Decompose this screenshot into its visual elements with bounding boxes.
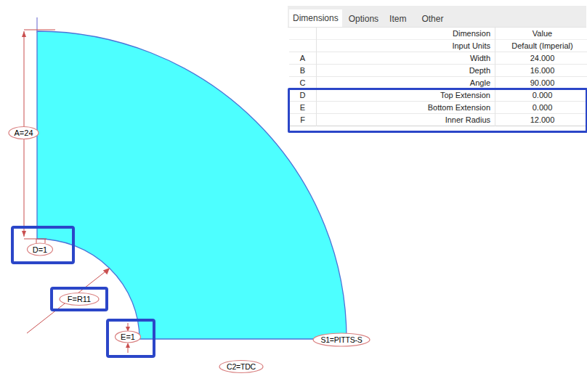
tab-dimensions[interactable]: Dimensions bbox=[289, 9, 342, 27]
dim-a-arrow-up bbox=[22, 31, 26, 37]
dimensions-table: Dimension Value Input Units Default (Imp… bbox=[289, 28, 587, 126]
table-row-f: F Inner Radius 12.000 bbox=[289, 114, 587, 126]
tab-other[interactable]: Other bbox=[417, 11, 448, 27]
label-e-text: E=1 bbox=[121, 332, 135, 341]
header-default-units: Default (Imperial) bbox=[495, 40, 587, 52]
row-b-letter: B bbox=[289, 65, 317, 77]
row-f-dimension: Inner Radius bbox=[317, 114, 495, 126]
label-d[interactable]: D=1 bbox=[28, 243, 53, 256]
row-c-letter: C bbox=[289, 77, 317, 89]
panel-tab-bar: Dimensions Options Item Other bbox=[288, 6, 586, 28]
table-row-b: B Depth 16.000 bbox=[289, 65, 587, 77]
row-f-value[interactable]: 12.000 bbox=[495, 114, 587, 126]
row-e-dimension: Bottom Extension bbox=[317, 102, 495, 114]
row-a-letter: A bbox=[289, 52, 317, 65]
label-s1[interactable]: S1=PITTS-S bbox=[313, 333, 370, 346]
table-header-row-2: Input Units Default (Imperial) bbox=[289, 40, 587, 52]
dim-e-arrow-up bbox=[126, 343, 130, 348]
row-e-letter: E bbox=[289, 102, 317, 114]
table-row-e: E Bottom Extension 0.000 bbox=[289, 102, 587, 114]
header-input-units: Input Units bbox=[317, 40, 495, 52]
row-c-value[interactable]: 90.000 bbox=[495, 77, 587, 89]
label-a[interactable]: A=24 bbox=[9, 127, 39, 139]
label-f-text: F=R11 bbox=[68, 295, 92, 303]
label-d-text: D=1 bbox=[33, 245, 48, 254]
label-c2-text: C2=TDC bbox=[227, 362, 256, 371]
row-f-letter: F bbox=[289, 114, 317, 126]
row-d-letter: D bbox=[289, 89, 317, 102]
row-e-value[interactable]: 0.000 bbox=[495, 102, 587, 114]
dim-f-arrow bbox=[103, 268, 110, 274]
row-d-dimension: Top Extension bbox=[317, 89, 495, 102]
row-b-dimension: Depth bbox=[317, 65, 495, 77]
label-s1-text: S1=PITTS-S bbox=[320, 335, 362, 344]
tab-item[interactable]: Item bbox=[385, 11, 415, 27]
header-dimension: Dimension bbox=[317, 28, 495, 40]
app-canvas: A=24 D=1 F=R11 E=1 S1=PITTS-S C2=TDC Dim… bbox=[0, 0, 587, 392]
dim-a-arrow-down bbox=[22, 231, 26, 237]
tab-options[interactable]: Options bbox=[344, 11, 383, 27]
label-a-text: A=24 bbox=[15, 128, 33, 137]
label-e[interactable]: E=1 bbox=[116, 331, 141, 343]
header-value: Value bbox=[495, 28, 587, 40]
table-row-d: D Top Extension 0.000 bbox=[289, 89, 587, 102]
label-c2[interactable]: C2=TDC bbox=[219, 361, 263, 373]
table-row-a: A Width 24.000 bbox=[289, 52, 587, 65]
row-c-dimension: Angle bbox=[317, 77, 495, 89]
table-header-row-1: Dimension Value bbox=[289, 28, 587, 40]
row-d-value[interactable]: 0.000 bbox=[495, 89, 587, 102]
table-row-c: C Angle 90.000 bbox=[289, 77, 587, 89]
row-b-value[interactable]: 16.000 bbox=[495, 65, 587, 77]
dimensions-panel: Dimensions Options Item Other Dimension … bbox=[288, 6, 586, 126]
row-a-value[interactable]: 24.000 bbox=[495, 52, 587, 65]
label-f[interactable]: F=R11 bbox=[60, 293, 99, 306]
row-a-dimension: Width bbox=[317, 52, 495, 65]
